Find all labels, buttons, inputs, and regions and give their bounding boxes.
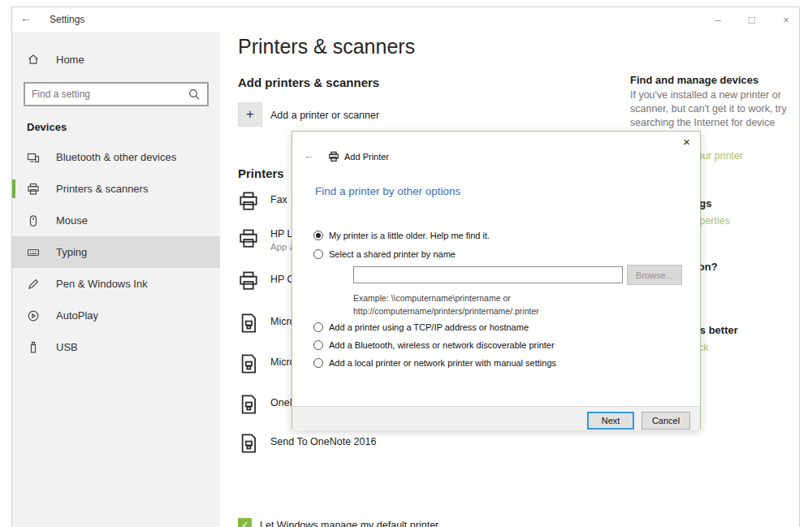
browse-button[interactable]: Browse... [627,265,682,285]
checkbox-checked-icon[interactable]: ✓ [238,518,252,527]
document-printer-icon [238,433,259,454]
dialog-footer [292,406,700,430]
radio-selected-icon[interactable] [313,231,323,240]
add-printer-dialog: × ← Add Printer Find a printer by other … [292,131,701,430]
printer-icon [238,228,259,249]
check-icon: ✓ [241,520,248,527]
next-button[interactable]: Next [587,412,634,430]
pen-icon [27,278,40,291]
document-printer-icon [238,313,259,334]
home-icon [27,53,40,66]
bluetooth-devices-icon [27,151,40,164]
add-section-title: Add printers & scanners [238,76,379,89]
sidebar-item-label: Bluetooth & other devices [56,151,176,163]
plus-icon: + [246,106,254,123]
printers-heading: Printers [238,166,284,180]
mouse-icon [27,214,40,227]
example-line-1: Example: \\computername\printername or [353,292,539,305]
dialog-title: Add Printer [344,152,389,162]
radio-icon[interactable] [313,249,323,259]
sidebar-item-label: AutoPlay [56,309,98,322]
sidebar-item-home[interactable]: Home [12,45,220,74]
keyboard-icon [27,246,40,259]
shared-printer-name-input[interactable] [353,266,623,283]
sidebar-home-label: Home [56,54,84,66]
document-printer-icon [238,394,259,415]
radio-tcpip-printer[interactable]: Add a printer using a TCP/IP address or … [313,322,529,332]
sidebar-item-autoplay[interactable]: AutoPlay [12,300,220,331]
printer-name: Send To OneNote 2016 [270,436,376,447]
add-printer-button[interactable]: + [238,102,262,127]
autoplay-icon [27,309,40,322]
search-icon[interactable] [188,88,201,101]
radio-local-printer[interactable]: Add a local printer or network printer w… [313,358,556,368]
sidebar-item-pen-windows-ink[interactable]: Pen & Windows Ink [12,268,220,300]
radio-label: Add a Bluetooth, wireless or network dis… [329,340,555,350]
radio-icon[interactable] [313,322,323,332]
sidebar: Home Devices Bluetooth & other devices P… [12,32,220,527]
sidebar-item-label: Pen & Windows Ink [56,278,148,290]
sidebar-item-printers-scanners[interactable]: Printers & scanners [12,173,220,205]
sidebar-item-label: Mouse [56,214,88,227]
maximize-icon[interactable]: □ [745,14,758,26]
default-printer-checkbox-row[interactable]: ✓ Let Windows manage my default printer [238,518,438,527]
printer-icon [238,270,259,292]
minimize-icon[interactable]: – [711,14,724,26]
printer-name: Fax [270,194,287,205]
radio-label: Select a shared printer by name [329,249,456,259]
usb-icon [27,341,40,354]
dialog-back-arrow-icon[interactable]: ← [304,149,314,162]
radio-label: My printer is a little older. Help me fi… [329,231,490,240]
sidebar-item-label: Printers & scanners [56,183,148,195]
dialog-close-icon[interactable]: × [683,135,690,149]
example-text: Example: \\computername\printername or h… [353,292,539,318]
sidebar-section-devices: Devices [27,121,220,133]
close-icon[interactable]: × [780,14,793,26]
find-manage-devices-heading: Find and manage devices [630,74,758,86]
page-title: Printers & scanners [238,35,415,58]
printer-icon [328,151,339,162]
back-arrow-icon[interactable]: ← [20,11,32,24]
default-printer-checkbox-label: Let Windows manage my default printer [260,520,438,527]
sidebar-item-label: USB [56,341,78,353]
sidebar-item-usb[interactable]: USB [12,331,220,363]
dialog-heading: Find a printer by other options [315,185,460,197]
printer-row-fax[interactable]: Fax [238,191,287,212]
printer-icon [238,191,259,212]
search-input[interactable] [32,89,188,100]
radio-icon[interactable] [313,358,323,368]
cancel-button[interactable]: Cancel [641,412,690,430]
radio-shared-printer[interactable]: Select a shared printer by name [313,249,456,259]
radio-label: Add a printer using a TCP/IP address or … [329,322,529,332]
titlebar: ← Settings – □ × [12,7,799,32]
document-printer-icon [238,353,259,374]
sidebar-item-label: Typing [56,246,87,258]
radio-icon[interactable] [313,340,323,350]
window-title: Settings [50,14,84,25]
example-line-2: http://computername/printers/printername… [353,305,539,318]
add-printer-label[interactable]: Add a printer or scanner [270,110,379,121]
radio-label: Add a local printer or network printer w… [329,358,556,368]
printer-row-send-to-onenote[interactable]: Send To OneNote 2016 [238,433,376,454]
settings-window: ← Settings – □ × Home Devices Bluetooth [11,6,800,527]
sidebar-item-typing[interactable]: Typing [12,236,220,268]
search-box[interactable] [24,82,209,106]
window-controls: – □ × [711,7,793,32]
radio-bluetooth-printer[interactable]: Add a Bluetooth, wireless or network dis… [313,340,555,350]
sidebar-item-mouse[interactable]: Mouse [12,205,220,236]
radio-older-printer[interactable]: My printer is a little older. Help me fi… [313,231,490,240]
sidebar-item-bluetooth[interactable]: Bluetooth & other devices [12,141,220,173]
printer-icon [27,183,40,196]
